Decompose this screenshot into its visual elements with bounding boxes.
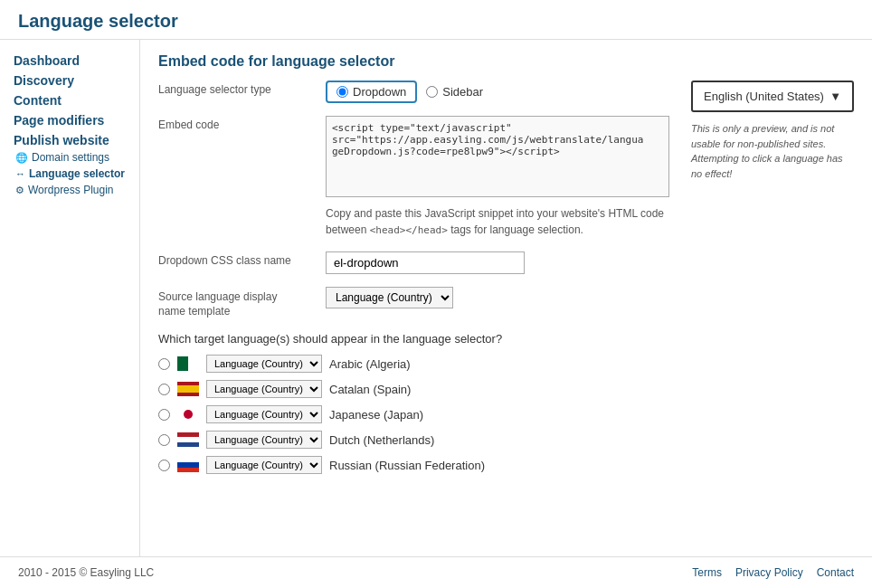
footer: 2010 - 2015 © Easyling LLC Terms Privacy… <box>0 556 872 588</box>
footer-link-privacy[interactable]: Privacy Policy <box>735 566 803 579</box>
preview-dropdown[interactable]: English (United States) ▼ <box>691 81 854 112</box>
section-title: Embed code for language selector <box>158 53 854 70</box>
preview-dropdown-text: English (United States) <box>704 90 824 103</box>
radio-sidebar-input[interactable] <box>426 86 438 98</box>
embed-code-textarea[interactable]: <script type="text/javascript" src="http… <box>326 116 669 197</box>
lang-template-ru[interactable]: Language (Country) <box>206 456 322 474</box>
lang-name-dz: Arabic (Algeria) <box>329 357 411 371</box>
sidebar-item-wordpress-plugin[interactable]: Wordpress Plugin <box>15 184 126 196</box>
flag-jp <box>177 407 199 422</box>
lang-name-nl: Dutch (Netherlands) <box>329 433 434 447</box>
footer-links: Terms Privacy Policy Contact <box>692 566 854 579</box>
lang-radio-dz[interactable] <box>158 358 170 370</box>
sidebar-item-page-modifiers[interactable]: Page modifiers <box>14 113 126 128</box>
embed-code-row: Embed code <script type="text/javascript… <box>158 116 673 239</box>
selector-type-row: Language selector type Dropdown Sidebar <box>158 81 673 103</box>
embed-help-text: Copy and paste this JavaScript snippet i… <box>326 205 669 239</box>
radio-group: Dropdown Sidebar <box>326 81 673 103</box>
arrows-icon <box>15 167 25 180</box>
content-area: Embed code for language selector Languag… <box>140 40 872 556</box>
list-item: Language (Country) Dutch (Netherlands) <box>158 431 673 449</box>
sidebar-item-discovery[interactable]: Discovery <box>14 73 126 88</box>
selector-type-label: Language selector type <box>158 81 326 96</box>
footer-copyright: 2010 - 2015 © Easyling LLC <box>18 566 154 579</box>
radio-dropdown[interactable]: Dropdown <box>326 81 417 103</box>
radio-sidebar-label: Sidebar <box>442 85 483 99</box>
languages-question: Which target language(s) should appear i… <box>158 332 673 346</box>
radio-dropdown-input[interactable] <box>336 86 348 98</box>
page-title: Language selector <box>18 11 854 32</box>
source-lang-control: Language (Country) <box>326 287 673 308</box>
css-class-input[interactable] <box>326 251 525 274</box>
sidebar-sub-items: Domain settings Language selector Wordpr… <box>14 151 126 196</box>
sidebar-item-content[interactable]: Content <box>14 93 126 108</box>
top-section: Language selector type Dropdown Sidebar <box>158 81 854 481</box>
embed-code-control: <script type="text/javascript" src="http… <box>326 116 673 239</box>
chevron-down-icon: ▼ <box>829 90 841 103</box>
wp-icon <box>15 184 24 196</box>
css-class-control <box>326 251 673 274</box>
lang-name-es: Catalan (Spain) <box>329 383 411 396</box>
flag-dz <box>177 356 199 371</box>
sidebar-item-dashboard[interactable]: Dashboard <box>14 53 126 68</box>
lang-template-jp[interactable]: Language (Country) <box>206 405 322 423</box>
sidebar-item-publish-website[interactable]: Publish website <box>14 133 109 147</box>
lang-radio-es[interactable] <box>158 384 170 395</box>
lang-name-ru: Russian (Russian Federation) <box>329 459 485 472</box>
languages-section: Which target language(s) should appear i… <box>158 332 673 474</box>
lang-radio-ru[interactable] <box>158 460 170 471</box>
lang-radio-jp[interactable] <box>158 409 170 421</box>
sidebar: Dashboard Discovery Content Page modifie… <box>0 40 140 556</box>
list-item: Language (Country) Russian (Russian Fede… <box>158 456 673 474</box>
lang-radio-nl[interactable] <box>158 434 170 446</box>
flag-es <box>177 382 199 396</box>
source-lang-select[interactable]: Language (Country) <box>326 287 453 308</box>
css-class-row: Dropdown CSS class name <box>158 251 673 274</box>
preview-area: English (United States) ▼ This is only a… <box>673 81 854 181</box>
list-item: Language (Country) Catalan (Spain) <box>158 380 673 398</box>
footer-link-contact[interactable]: Contact <box>817 566 854 579</box>
globe-icon <box>15 151 28 164</box>
lang-template-nl[interactable]: Language (Country) <box>206 431 322 449</box>
embed-code-label: Embed code <box>158 116 326 131</box>
css-class-label: Dropdown CSS class name <box>158 251 326 267</box>
flag-nl <box>177 432 199 447</box>
radio-sidebar[interactable]: Sidebar <box>426 85 483 99</box>
lang-template-dz[interactable]: Language (Country) <box>206 355 322 373</box>
list-item: Language (Country) Japanese (Japan) <box>158 405 673 423</box>
lang-name-jp: Japanese (Japan) <box>329 408 423 422</box>
radio-dropdown-label: Dropdown <box>353 85 406 99</box>
footer-link-terms[interactable]: Terms <box>692 566 722 579</box>
source-lang-row: Source language displayname template Lan… <box>158 287 673 320</box>
lang-template-es[interactable]: Language (Country) <box>206 380 322 398</box>
list-item: Language (Country) Arabic (Algeria) <box>158 355 673 373</box>
form-section: Language selector type Dropdown Sidebar <box>158 81 673 481</box>
source-lang-label: Source language displayname template <box>158 287 326 320</box>
flag-ru <box>177 458 199 472</box>
preview-note: This is only a preview, and is not usabl… <box>691 121 854 181</box>
sidebar-item-domain-settings[interactable]: Domain settings <box>15 151 126 164</box>
sidebar-item-language-selector[interactable]: Language selector <box>15 167 126 180</box>
